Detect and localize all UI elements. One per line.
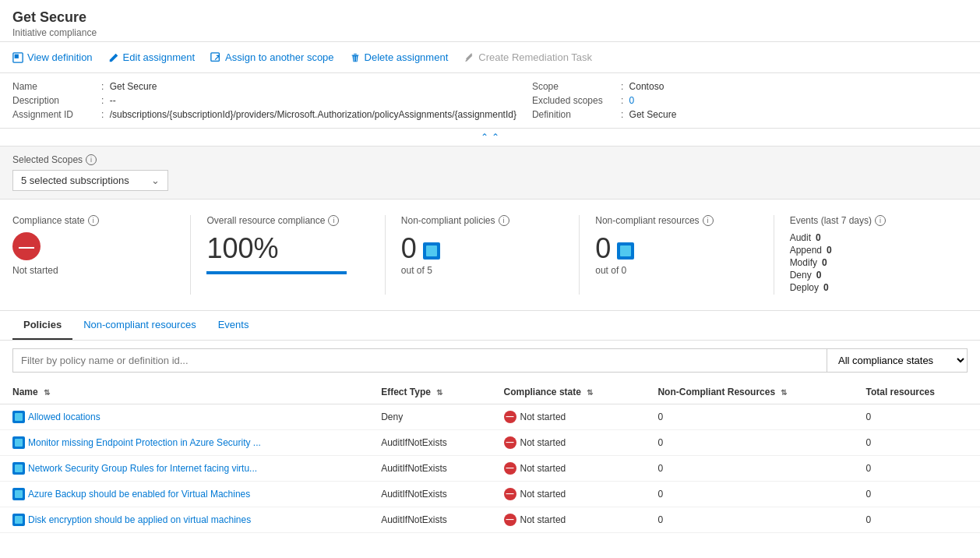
events-audit-value: 0 (816, 232, 821, 243)
description-label: Description (12, 95, 98, 106)
non-compliant-resources-block: Non-compliant resources i 0 out of 0 (579, 215, 773, 295)
events-modify-label: Modify (790, 257, 817, 268)
table-header: Name ⇅ Effect Type ⇅ Compliance state ⇅ … (0, 380, 980, 404)
events-deny-label: Deny (790, 270, 812, 281)
row-non-compliant-resources: 0 (645, 430, 853, 456)
row-total-resources: 0 (853, 507, 980, 533)
excluded-scopes-label: Excluded scopes (532, 95, 618, 106)
scope-info-icon[interactable]: i (86, 154, 97, 165)
filter-row: All compliance states (0, 341, 980, 380)
description-value: -- (110, 95, 116, 106)
non-compliant-resources-value: 0 (595, 232, 611, 265)
create-remediation-button[interactable]: Create Remediation Task (464, 48, 592, 66)
non-compliant-resources-icon (617, 242, 634, 260)
table-body: Allowed locations Deny Not started 0 0 M… (0, 404, 980, 533)
non-compliant-policies-block: Non-compliant policies i 0 out of 5 (385, 215, 579, 295)
tabs-section: Policies Non-compliant resources Events (0, 311, 980, 341)
col-effect-sort-icon[interactable]: ⇅ (436, 388, 442, 397)
row-icon (12, 411, 25, 423)
overall-compliance-info-icon[interactable]: i (328, 215, 339, 226)
events-audit-row: Audit 0 (790, 232, 952, 243)
scope-dropdown-arrow: ⌄ (151, 175, 160, 186)
tabs: Policies Non-compliant resources Events (12, 311, 968, 340)
row-non-compliant-resources: 0 (645, 507, 853, 533)
progress-bar-container (206, 271, 347, 274)
not-started-icon (504, 462, 516, 475)
col-effect-type: Effect Type ⇅ (368, 380, 491, 404)
row-compliance-state: Not started (492, 456, 646, 482)
progress-bar-fill (206, 271, 347, 274)
non-compliant-policies-value: 0 (401, 232, 417, 265)
assign-to-scope-button[interactable]: Assign to another scope (210, 48, 333, 66)
excluded-scopes-value[interactable]: 0 (629, 95, 635, 106)
definition-row: Definition : Get Secure (532, 109, 968, 120)
assignment-id-row: Assignment ID : /subscriptions/{subscrip… (12, 109, 516, 120)
collapse-button[interactable]: ⌃ ⌃ (481, 132, 499, 143)
col-total-resources: Total resources (853, 380, 980, 404)
metadata-section: Name : Get Secure Scope : Contoso Descri… (0, 73, 980, 129)
collapse-row: ⌃ ⌃ (0, 129, 980, 147)
row-name-cell[interactable]: Azure Backup should be enabled for Virtu… (0, 482, 368, 507)
name-row: Name : Get Secure (12, 81, 516, 92)
row-icon (12, 436, 25, 449)
row-effect-type: Deny (368, 404, 491, 430)
remediation-icon (464, 52, 474, 63)
events-info-icon[interactable]: i (875, 215, 886, 226)
non-compliant-policies-sub: out of 5 (401, 265, 563, 276)
row-non-compliant-resources: 0 (645, 482, 853, 507)
assign-icon (210, 52, 221, 63)
col-non-compliant-sort-icon[interactable]: ⇅ (781, 388, 787, 397)
row-compliance-state: Not started (492, 482, 646, 507)
assignment-id-label: Assignment ID (12, 109, 98, 120)
tab-policies[interactable]: Policies (12, 311, 72, 340)
events-append-label: Append (790, 245, 822, 256)
page-header: Get Secure Initiative compliance (0, 0, 980, 42)
scope-section: Selected Scopes i 5 selected subscriptio… (0, 147, 980, 200)
overall-compliance-block: Overall resource compliance i 100% (190, 215, 384, 295)
tab-events[interactable]: Events (207, 311, 260, 340)
edit-icon (108, 52, 119, 63)
not-started-icon (504, 436, 516, 449)
events-deploy-row: Deploy 0 (790, 282, 952, 293)
col-name-sort-icon[interactable]: ⇅ (44, 388, 50, 397)
row-name-cell[interactable]: Monitor missing Endpoint Protection in A… (0, 430, 368, 456)
non-compliant-policies-info-icon[interactable]: i (499, 215, 509, 226)
delete-assignment-button[interactable]: Delete assignment (350, 48, 449, 66)
events-modify-row: Modify 0 (790, 257, 952, 268)
non-compliant-resources-info-icon[interactable]: i (703, 215, 714, 226)
compliance-state-info-icon[interactable]: i (88, 215, 99, 226)
compliance-state-filter[interactable]: All compliance states (827, 348, 968, 373)
not-started-icon (504, 488, 516, 500)
definition-label: Definition (532, 109, 618, 120)
scope-row: Scope : Contoso (532, 81, 968, 92)
row-compliance-state: Not started (492, 404, 646, 430)
stats-section: Compliance state i Not started Overall r… (0, 200, 980, 311)
table-row: Network Security Group Rules for Interne… (0, 456, 980, 482)
scope-dropdown[interactable]: 5 selected subscriptions ⌄ (12, 170, 168, 191)
events-deny-value: 0 (816, 270, 822, 281)
events-block: Events (last 7 days) i Audit 0 Append 0 … (774, 215, 968, 295)
page-title: Get Secure (12, 9, 968, 26)
compliance-state-icon (12, 232, 41, 260)
col-compliance-sort-icon[interactable]: ⇅ (587, 388, 593, 397)
row-total-resources: 0 (853, 456, 980, 482)
scope-value: Contoso (629, 81, 664, 92)
tab-non-compliant-resources[interactable]: Non-compliant resources (72, 311, 207, 340)
row-non-compliant-resources: 0 (645, 404, 853, 430)
row-name-cell[interactable]: Allowed locations (0, 404, 368, 430)
policies-table: Name ⇅ Effect Type ⇅ Compliance state ⇅ … (0, 380, 980, 533)
table-row: Azure Backup should be enabled for Virtu… (0, 482, 980, 507)
events-modify-value: 0 (822, 257, 827, 268)
not-started-icon (504, 411, 516, 423)
row-effect-type: AuditIfNotExists (368, 456, 491, 482)
row-name-cell[interactable]: Disk encryption should be applied on vir… (0, 507, 368, 533)
definition-value: Get Secure (629, 109, 677, 120)
policy-filter-input[interactable] (12, 348, 827, 373)
row-name-cell[interactable]: Network Security Group Rules for Interne… (0, 456, 368, 482)
edit-assignment-button[interactable]: Edit assignment (108, 48, 196, 66)
view-definition-button[interactable]: View definition (12, 48, 93, 66)
col-compliance-state: Compliance state ⇅ (492, 380, 646, 404)
col-name: Name ⇅ (0, 380, 368, 404)
view-definition-icon (12, 52, 23, 63)
row-icon (12, 462, 25, 475)
